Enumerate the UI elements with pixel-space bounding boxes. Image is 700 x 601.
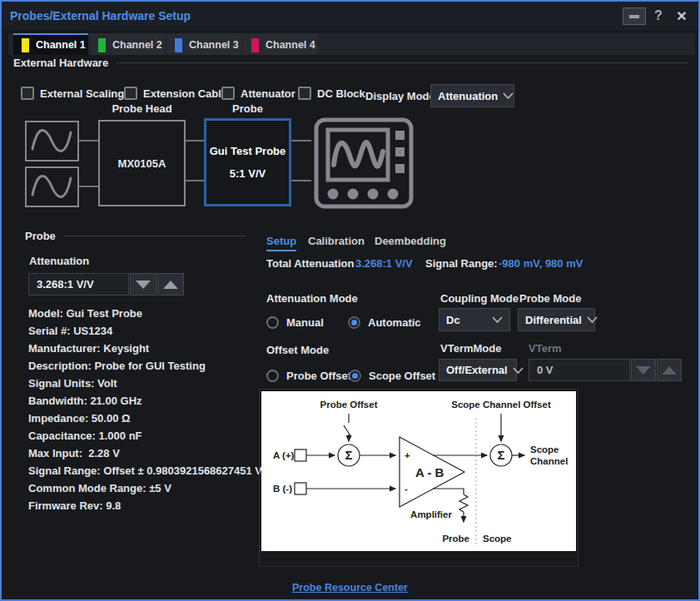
vterm-mode-label: VTermMode <box>440 342 501 355</box>
radio-label: Automatic <box>368 316 421 329</box>
attenuation-decrement-button[interactable] <box>130 273 156 296</box>
diagram-scope-channel-line2: Channel <box>530 456 568 466</box>
probe-detail-model: Model: Gui Test Probe <box>28 305 262 322</box>
tab-channel-4[interactable]: Channel 4 <box>243 33 318 55</box>
probe-group-label: Probe <box>25 230 56 242</box>
probe-head-model: MX0105A <box>118 157 166 170</box>
probe-head-box[interactable]: MX0105A <box>98 120 186 206</box>
automatic-radio[interactable] <box>348 316 360 329</box>
probe-detail-manufacturer: Manufacturer: Keysight <box>28 340 262 357</box>
vterm-mode-dropdown[interactable]: Off/External <box>439 359 517 381</box>
diagram-amplifier-label: Amplifier <box>410 509 452 519</box>
channel-2-color-chip <box>98 38 106 52</box>
display-mode-value: Attenuation <box>438 90 498 102</box>
automatic-radio-item[interactable]: Automatic <box>348 316 421 329</box>
probe-box[interactable]: Gui Test Probe 5:1 V/V <box>204 118 291 206</box>
chevron-down-icon <box>503 92 514 99</box>
probe-mode-dropdown[interactable]: Differential <box>518 308 595 331</box>
wire <box>186 180 204 181</box>
signal-range-label: Signal Range: <box>425 257 498 270</box>
title-bar: Probes/External Hardware Setup ? ✕ <box>2 2 698 30</box>
manual-radio-item[interactable]: Manual <box>266 316 324 329</box>
display-mode-dropdown[interactable]: Attenuation <box>430 84 514 107</box>
radio-label: Probe Offset <box>286 370 351 382</box>
channel-1-color-chip <box>22 38 29 52</box>
coupling-mode-value: Dc <box>446 314 460 326</box>
probe-detail-capacitance: Capacitance: 1.000 nF <box>28 427 262 445</box>
diagram-probe-offset-label: Probe Offset <box>320 400 377 410</box>
wire <box>79 140 98 142</box>
tab-label: Channel 3 <box>189 39 239 51</box>
vterm-input[interactable]: 0 V <box>529 359 630 381</box>
offset-mode-label: Offset Mode <box>266 344 329 356</box>
probe-detail-bandwidth: Bandwidth: 21.00 GHz <box>28 392 262 410</box>
external-scaling-checkbox[interactable] <box>21 87 34 100</box>
tab-label: Channel 4 <box>266 39 315 51</box>
vterm-value: 0 V <box>537 364 554 376</box>
diagram-b-input-label: B (-) <box>273 484 292 494</box>
scope-offset-radio-item[interactable]: Scope Offset <box>349 370 435 382</box>
probe-box-label: Probe <box>204 102 291 115</box>
external-hardware-group-header: External Hardware <box>13 57 688 69</box>
coupling-mode-label: Coupling Mode <box>440 292 519 305</box>
probe-offset-radio[interactable] <box>266 370 279 382</box>
attenuation-stepper: 3.268:1 V/V <box>28 273 184 296</box>
attenuator-checkbox[interactable] <box>221 87 235 100</box>
attenuation-increment-button[interactable] <box>157 273 184 296</box>
group-divider <box>117 62 688 63</box>
display-mode-label: Display Mode <box>365 90 435 102</box>
attenuator-checkbox-item[interactable]: Attenuator <box>221 87 295 100</box>
help-button[interactable]: ? <box>650 7 667 25</box>
scope-offset-radio[interactable] <box>349 370 361 382</box>
diagram-scope-region-label: Scope <box>483 534 512 544</box>
coupling-mode-dropdown[interactable]: Dc <box>439 308 510 331</box>
probe-group-header: Probe <box>25 230 246 242</box>
extension-cable-checkbox-item[interactable]: Extension Cable <box>124 87 227 100</box>
diagram-a-input-label: A (+) <box>273 450 295 460</box>
dc-block-checkbox[interactable] <box>298 87 311 100</box>
minimize-button[interactable] <box>623 7 646 25</box>
chevron-down-icon <box>587 316 598 323</box>
probe-detail-signal-range: Signal Range: Offset ± 0.980392156862745… <box>28 462 262 479</box>
probe-offset-radio-item[interactable]: Probe Offset <box>266 370 351 382</box>
probe-mode-label: Probe Mode <box>519 292 581 305</box>
tab-calibration[interactable]: Calibration <box>308 235 365 247</box>
diagram-minus-input: - <box>405 484 408 494</box>
dialog-title: Probes/External Hardware Setup <box>10 9 191 22</box>
extension-cable-checkbox[interactable] <box>124 87 137 100</box>
vterm-mode-value: Off/External <box>446 364 508 376</box>
offset-diagram: Probe Offset Scope Channel Offset A (+) … <box>261 391 576 551</box>
sine-wave-icon <box>27 168 77 206</box>
triangle-up-icon <box>662 366 677 375</box>
external-scaling-checkbox-item[interactable]: External Scaling <box>21 87 124 100</box>
tab-channel-3[interactable]: Channel 3 <box>166 33 241 55</box>
input-signal-2-icon <box>25 166 79 207</box>
tab-channel-2[interactable]: Channel 2 <box>90 33 165 55</box>
tab-channel-1[interactable]: Channel 1 <box>13 33 88 55</box>
wire <box>186 140 204 142</box>
vterm-increment-button[interactable] <box>657 359 682 381</box>
manual-radio[interactable] <box>266 316 279 329</box>
probes-external-hardware-dialog: Probes/External Hardware Setup ? ✕ Chann… <box>0 0 700 601</box>
probe-head-label: Probe Head <box>98 102 186 115</box>
checkbox-label: Attenuator <box>241 87 295 100</box>
attenuation-input[interactable]: 3.268:1 V/V <box>28 273 129 296</box>
close-button[interactable]: ✕ <box>673 7 691 25</box>
diagram-scope-channel-line1: Scope <box>530 445 559 454</box>
tab-label: Channel 2 <box>112 39 162 51</box>
probe-detail-serial: Serial #: US1234 <box>28 322 262 340</box>
probe-detail-common-mode-range: Common Mode Range: ±5 V <box>28 479 262 497</box>
tab-label: Channel 1 <box>36 39 86 51</box>
total-attenuation-value: 3.268:1 V/V <box>355 257 413 270</box>
probe-resource-center-link[interactable]: Probe Resource Center <box>292 582 408 594</box>
probe-mode-value: Differential <box>525 314 582 326</box>
diagram-scope-channel-offset-label: Scope Channel Offset <box>451 400 551 410</box>
vterm-decrement-button[interactable] <box>631 359 656 381</box>
tab-deembedding[interactable]: Deembedding <box>375 235 446 247</box>
chevron-down-icon <box>513 367 524 374</box>
triangle-down-icon <box>136 281 151 289</box>
dc-block-checkbox-item[interactable]: DC Block <box>298 87 365 100</box>
tab-setup[interactable]: Setup <box>266 235 296 247</box>
diagram-plus-input: + <box>405 450 410 460</box>
probe-model: Gui Test Probe <box>210 145 286 157</box>
